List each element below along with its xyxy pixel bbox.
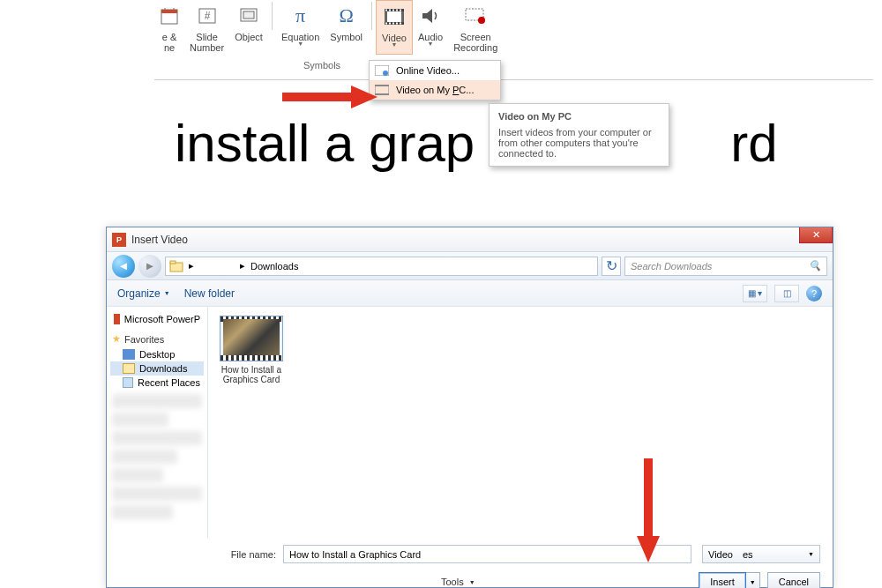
screen-recording-label-2: Recording	[453, 42, 497, 53]
refresh-button[interactable]: ↻	[602, 257, 621, 276]
slide-number-icon: #	[198, 2, 217, 30]
svg-rect-15	[396, 10, 398, 11]
object-icon	[239, 2, 258, 30]
preview-pane-button[interactable]: ◫	[774, 285, 799, 302]
symbol-icon: Ω	[340, 2, 354, 30]
dialog-sidebar: Microsoft PowerP ★Favorites Desktop Down…	[107, 307, 208, 538]
help-button[interactable]: ?	[806, 286, 822, 301]
new-folder-button[interactable]: New folder	[184, 287, 235, 300]
sidebar-item-blurred	[112, 413, 168, 427]
presentation-divider	[154, 79, 873, 86]
tools-button[interactable]: Tools▼	[441, 577, 475, 587]
sidebar-item-blurred	[112, 394, 202, 408]
dialog-toolbar: Organize▼ New folder ▦ ▾ ◫ ?	[107, 280, 833, 307]
sidebar-item-recent[interactable]: Recent Places	[110, 376, 204, 390]
powerpoint-icon: P	[112, 233, 126, 247]
navigation-bar: ◄ ► ▸ ▸ Downloads ↻ Search Downloads 🔍	[107, 252, 833, 280]
file-name-label: File name:	[225, 549, 276, 560]
annotation-arrow	[282, 84, 379, 110]
svg-rect-1	[161, 10, 177, 13]
file-list-pane[interactable]: How to Install a Graphics Card	[208, 307, 833, 538]
file-name-input[interactable]: How to Install a Graphics Card	[283, 545, 691, 563]
svg-marker-34	[637, 536, 660, 562]
svg-marker-30	[351, 86, 377, 108]
slide-number-button[interactable]: # Slide Number	[184, 0, 229, 55]
online-video-icon	[375, 64, 389, 77]
slide-title-text: install a graprd	[175, 113, 778, 174]
video-dropdown-menu: Online Video... Video on My PC...	[369, 60, 501, 100]
equation-button[interactable]: π Equation ▼	[276, 0, 325, 55]
annotation-arrow	[635, 458, 662, 564]
view-mode-button[interactable]: ▦ ▾	[743, 285, 767, 302]
dialog-titlebar[interactable]: P Insert Video ✕	[107, 227, 833, 252]
svg-rect-16	[400, 10, 401, 11]
menu-item-label: Online Video...	[396, 65, 460, 76]
video-icon	[383, 3, 406, 31]
object-button[interactable]: Object	[229, 0, 268, 55]
svg-point-23	[478, 17, 485, 24]
sidebar-item-blurred	[112, 450, 177, 464]
menu-item-video-on-pc[interactable]: Video on My PC...	[370, 80, 500, 100]
sidebar-item-powerpoint[interactable]: Microsoft PowerP	[110, 312, 204, 326]
date-time-label-1: e &	[162, 32, 177, 42]
back-button[interactable]: ◄	[112, 255, 135, 278]
screen-recording-icon	[464, 2, 487, 30]
svg-rect-13	[389, 10, 391, 11]
sidebar-item-blurred	[112, 468, 163, 482]
chevron-down-icon: ▼	[297, 41, 303, 47]
dialog-title: Insert Video	[131, 234, 188, 246]
dialog-footer: File name: How to Install a Graphics Car…	[107, 538, 833, 588]
menu-item-online-video[interactable]: Online Video...	[370, 61, 500, 80]
video-button[interactable]: Video ▼	[376, 0, 413, 55]
slide-number-label-2: Number	[190, 42, 224, 53]
menu-item-label: Video on My PC...	[396, 85, 474, 95]
svg-text:#: #	[204, 10, 210, 22]
chevron-down-icon: ▼	[428, 41, 434, 47]
date-time-label-2: ne	[164, 42, 175, 53]
search-input[interactable]: Search Downloads 🔍	[624, 257, 827, 276]
insert-button[interactable]: Insert	[699, 572, 746, 588]
screen-recording-button[interactable]: Screen Recording	[448, 0, 503, 55]
calendar-icon	[160, 2, 179, 30]
file-thumbnail	[220, 316, 283, 361]
sidebar-item-blurred	[112, 487, 202, 501]
cancel-button[interactable]: Cancel	[767, 572, 820, 588]
folder-icon	[169, 260, 183, 272]
ribbon-separator	[371, 2, 372, 30]
file-item[interactable]: How to Install a Graphics Card	[217, 316, 286, 384]
chevron-down-icon: ▼	[392, 41, 398, 48]
group-label-symbols: Symbols	[276, 60, 368, 71]
svg-rect-17	[385, 23, 387, 25]
forward-button[interactable]: ►	[138, 255, 161, 278]
svg-rect-19	[392, 23, 394, 25]
sidebar-item-blurred	[112, 431, 202, 445]
equation-icon: π	[295, 2, 305, 30]
breadcrumb-item[interactable]: Downloads	[250, 261, 298, 272]
sidebar-group-favorites[interactable]: ★Favorites	[112, 333, 204, 345]
screen-recording-label-1: Screen	[460, 32, 491, 42]
svg-rect-32	[170, 261, 176, 264]
svg-rect-7	[243, 11, 254, 19]
ribbon-separator	[272, 2, 273, 30]
symbol-button[interactable]: Ω Symbol	[325, 0, 368, 55]
svg-rect-9	[387, 11, 401, 22]
symbol-label: Symbol	[330, 32, 363, 42]
svg-rect-21	[400, 23, 401, 25]
object-label: Object	[235, 32, 263, 42]
slide-number-label-1: Slide	[196, 32, 217, 42]
date-time-button[interactable]: e & ne	[154, 0, 184, 55]
search-placeholder: Search Downloads	[631, 261, 712, 272]
svg-rect-18	[389, 23, 391, 25]
sidebar-item-downloads[interactable]: Downloads	[110, 361, 204, 376]
sidebar-item-blurred	[112, 505, 173, 519]
svg-rect-12	[385, 10, 387, 11]
file-name-line: How to Install a	[217, 365, 286, 375]
audio-button[interactable]: Audio ▼	[413, 0, 448, 55]
sidebar-item-desktop[interactable]: Desktop	[110, 347, 204, 361]
breadcrumb-path[interactable]: ▸ ▸ Downloads	[165, 257, 598, 276]
svg-rect-14	[392, 10, 394, 11]
close-button[interactable]: ✕	[799, 227, 833, 243]
insert-split-button[interactable]: ▼	[746, 572, 760, 588]
file-type-filter[interactable]: Video files ▼	[702, 545, 820, 563]
organize-button[interactable]: Organize▼	[117, 287, 170, 300]
